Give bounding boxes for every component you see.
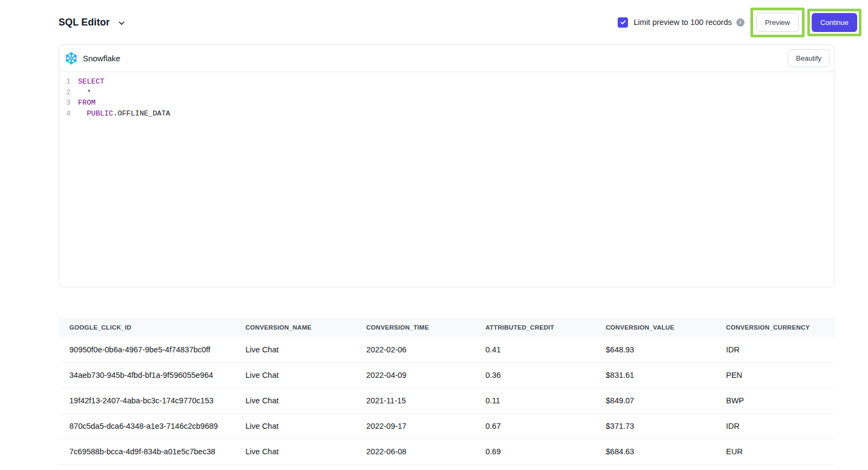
sql-text: .OFFLINE_DATA: [113, 110, 170, 118]
code-line: 1 SELECT: [59, 76, 834, 87]
column-header: CONVERSION_TIME: [355, 324, 475, 331]
table-row: 19f42f13-2407-4aba-bc3c-174c9770c153 Liv…: [59, 388, 834, 414]
cell-google-click-id: 870c5da5-dca6-4348-a1e3-7146c2cb9689: [59, 422, 235, 430]
beautify-button[interactable]: Beautify: [788, 49, 830, 67]
cell-conversion-time: 2022-02-06: [355, 345, 475, 354]
sql-keyword: PUBLIC: [87, 110, 113, 118]
cell-conversion-value: $371.73: [595, 422, 715, 430]
cell-conversion-currency: PEN: [715, 371, 834, 379]
continue-highlight-box: Continue: [807, 9, 861, 36]
toolbar-right-group: Limit preview to 100 records i Preview C…: [618, 8, 861, 37]
code-line: 3 FROM: [59, 98, 834, 108]
page-title: SQL Editor: [59, 17, 110, 28]
column-header: CONVERSION_NAME: [235, 324, 355, 331]
cell-conversion-time: 2022-06-08: [355, 447, 475, 456]
results-preview-table: GOOGLE_CLICK_ID CONVERSION_NAME CONVERSI…: [59, 318, 834, 465]
sql-keyword: SELECT: [78, 78, 105, 86]
chevron-down-icon[interactable]: [118, 19, 126, 27]
column-header: CONVERSION_CURRENCY: [715, 324, 834, 331]
cell-attributed-credit: 0.11: [475, 396, 595, 405]
cell-google-click-id: 90950f0e-0b6a-4967-9be5-4f74837bc0ff: [59, 345, 235, 354]
cell-conversion-name: Live Chat: [235, 447, 355, 456]
table-row: 870c5da5-dca6-4348-a1e3-7146c2cb9689 Liv…: [59, 414, 834, 439]
cell-conversion-value: $648.93: [595, 345, 715, 354]
continue-button[interactable]: Continue: [812, 13, 857, 32]
connector-info: Snowflake: [64, 51, 120, 65]
column-header: GOOGLE_CLICK_ID: [59, 324, 235, 331]
cell-attributed-credit: 0.67: [475, 422, 595, 430]
preview-highlight-box: Preview: [750, 8, 805, 37]
editor-header: Snowflake Beautify: [59, 45, 834, 72]
table-header-row: GOOGLE_CLICK_ID CONVERSION_NAME CONVERSI…: [59, 318, 834, 337]
sql-text: *: [78, 88, 91, 96]
cell-conversion-time: 2022-09-17: [355, 422, 475, 430]
limit-preview-label: Limit preview to 100 records: [633, 18, 731, 27]
line-number: 4: [59, 108, 70, 119]
connector-name: Snowflake: [83, 54, 120, 63]
cell-attributed-credit: 0.36: [475, 371, 595, 379]
code-line: 2 *: [59, 87, 834, 98]
column-header: ATTRIBUTED_CREDIT: [475, 324, 595, 331]
sql-keyword: FROM: [78, 99, 95, 107]
limit-preview-checkbox[interactable]: [618, 17, 628, 28]
sql-text: [78, 110, 87, 118]
cell-conversion-name: Live Chat: [235, 396, 355, 405]
snowflake-icon: [64, 51, 78, 65]
cell-conversion-currency: IDR: [715, 422, 834, 430]
cell-conversion-currency: BWP: [715, 396, 834, 405]
sql-code-editor[interactable]: 1 SELECT 2 * 3 FROM 4 PUBLIC.OFFLINE_DAT…: [59, 72, 834, 287]
table-row: 90950f0e-0b6a-4967-9be5-4f74837bc0ff Liv…: [59, 337, 834, 363]
cell-conversion-name: Live Chat: [235, 422, 355, 430]
cell-conversion-time: 2022-04-09: [355, 371, 475, 379]
cell-attributed-credit: 0.69: [475, 447, 595, 456]
cell-google-click-id: 7c69588b-bcca-4d9f-834b-a01e5c7bec38: [59, 447, 235, 456]
cell-conversion-currency: IDR: [715, 345, 834, 354]
line-number: 2: [59, 87, 70, 98]
cell-conversion-value: $849.07: [595, 396, 715, 405]
table-row: 7c69588b-bcca-4d9f-834b-a01e5c7bec38 Liv…: [59, 439, 834, 465]
cell-conversion-value: $684.63: [595, 447, 715, 456]
cell-conversion-value: $831.61: [595, 371, 715, 379]
table-row: 34aeb730-945b-4fbd-bf1a-9f596055e964 Liv…: [59, 363, 834, 388]
cell-conversion-name: Live Chat: [235, 345, 355, 354]
main-content: Snowflake Beautify 1 SELECT 2 * 3 FROM 4…: [0, 44, 868, 465]
preview-button[interactable]: Preview: [756, 13, 799, 32]
top-bar: SQL Editor Limit preview to 100 records …: [0, 0, 868, 44]
cell-attributed-credit: 0.41: [475, 345, 595, 354]
cell-google-click-id: 34aeb730-945b-4fbd-bf1a-9f596055e964: [59, 371, 235, 379]
cell-google-click-id: 19f42f13-2407-4aba-bc3c-174c9770c153: [59, 396, 235, 405]
line-number: 3: [59, 98, 70, 108]
cell-conversion-time: 2021-11-15: [355, 396, 475, 405]
cell-conversion-name: Live Chat: [235, 371, 355, 379]
sql-editor-title-dropdown[interactable]: SQL Editor: [59, 17, 126, 28]
column-header: CONVERSION_VALUE: [595, 324, 715, 331]
cell-conversion-currency: EUR: [715, 447, 834, 456]
sql-editor-card: Snowflake Beautify 1 SELECT 2 * 3 FROM 4…: [59, 44, 834, 287]
info-icon[interactable]: i: [736, 18, 744, 27]
code-line: 4 PUBLIC.OFFLINE_DATA: [59, 108, 834, 119]
checkmark-icon: [620, 19, 626, 25]
line-number: 1: [59, 76, 70, 87]
